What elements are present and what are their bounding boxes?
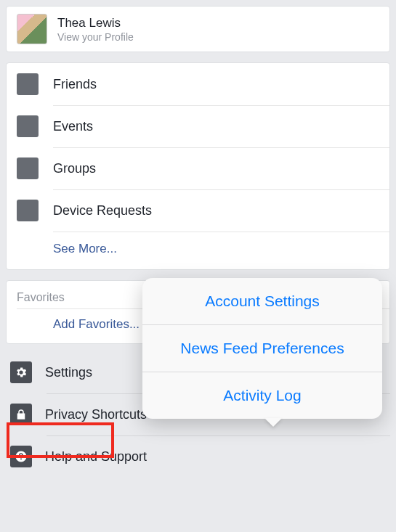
popover-account-settings[interactable]: Account Settings — [142, 278, 382, 324]
help-label: Help and Support — [45, 449, 147, 465]
nav-item-groups[interactable]: Groups — [7, 147, 389, 189]
help-icon — [10, 446, 32, 467]
placeholder-icon — [17, 115, 39, 137]
nav-item-events[interactable]: Events — [7, 105, 389, 147]
profile-card[interactable]: Thea Lewis View your Profile — [6, 6, 390, 52]
popover-item-label: Activity Log — [223, 387, 301, 404]
placeholder-icon — [17, 200, 39, 221]
help-support-row[interactable]: Help and Support — [6, 435, 390, 478]
privacy-label: Privacy Shortcuts — [45, 407, 147, 422]
gear-icon — [10, 361, 32, 383]
profile-subtitle: View your Profile — [57, 31, 134, 43]
nav-item-friends[interactable]: Friends — [7, 63, 389, 105]
nav-label: Friends — [53, 77, 97, 92]
nav-item-device-requests[interactable]: Device Requests — [7, 189, 389, 232]
popover-tail — [264, 418, 282, 427]
profile-text: Thea Lewis View your Profile — [57, 16, 134, 43]
profile-name: Thea Lewis — [57, 16, 134, 30]
see-more-link[interactable]: See More... — [7, 232, 389, 269]
popover-item-label: Account Settings — [205, 292, 320, 309]
lock-icon — [10, 404, 32, 425]
settings-label: Settings — [45, 365, 92, 380]
placeholder-icon — [17, 73, 39, 95]
placeholder-icon — [17, 157, 39, 179]
nav-label: Groups — [53, 161, 96, 176]
nav-card: Friends Events Groups Device Requests Se… — [6, 62, 390, 270]
popover-activity-log[interactable]: Activity Log — [142, 372, 382, 419]
settings-popover: Account Settings News Feed Preferences A… — [142, 278, 382, 419]
popover-item-label: News Feed Preferences — [180, 340, 344, 356]
nav-label: Device Requests — [53, 203, 152, 218]
profile-row[interactable]: Thea Lewis View your Profile — [7, 7, 389, 52]
avatar[interactable] — [17, 14, 47, 44]
popover-news-feed-preferences[interactable]: News Feed Preferences — [142, 324, 382, 372]
nav-label: Events — [53, 119, 93, 134]
